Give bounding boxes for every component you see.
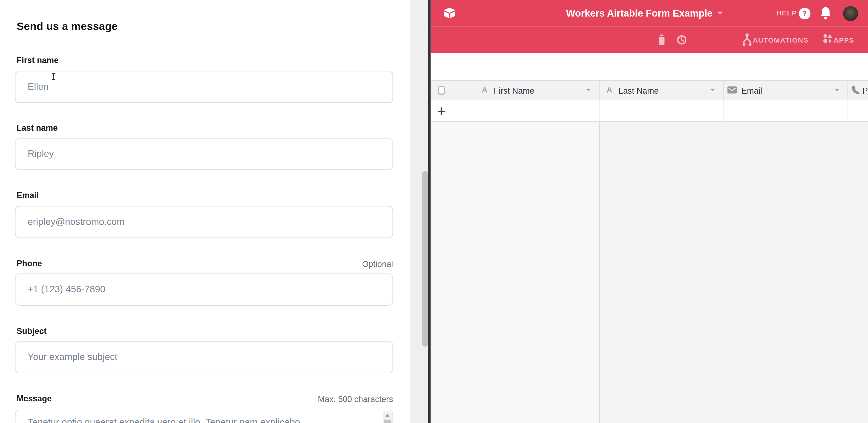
subject-input[interactable] — [15, 341, 393, 373]
column-divider — [723, 100, 723, 122]
email-input[interactable] — [15, 206, 393, 238]
column-chevron-icon[interactable] — [710, 89, 715, 91]
text-field-type-icon: A — [607, 85, 612, 94]
column-header-first-name[interactable]: First Name — [494, 86, 534, 95]
textarea-scrollbar-thumb[interactable] — [384, 419, 391, 423]
base-title-menu[interactable]: Workers Airtable Form Example — [566, 0, 723, 27]
email-field-type-icon — [727, 86, 737, 93]
last-name-input[interactable] — [15, 138, 393, 170]
grid-empty-area-right — [600, 122, 868, 423]
column-header-email[interactable]: Email — [742, 86, 762, 95]
add-record-row[interactable] — [431, 100, 868, 122]
phone-optional-note: Optional — [362, 259, 393, 268]
column-divider — [848, 100, 848, 122]
column-header-phone[interactable]: Phone — [862, 86, 868, 95]
add-record-plus-icon[interactable] — [438, 108, 445, 115]
airtable-table-bar: Form Submissions SHARE — [431, 27, 868, 53]
notifications-bell-icon[interactable] — [820, 7, 831, 20]
message-textarea[interactable]: Tenetur optio quaerat expedita vero et i… — [15, 410, 393, 423]
chevron-down-icon — [718, 12, 723, 15]
column-divider[interactable] — [723, 81, 723, 100]
email-label: Email — [17, 190, 39, 200]
window-divider — [428, 0, 431, 423]
airtable-logo-icon[interactable] — [443, 6, 456, 21]
help-menu[interactable]: HELP — [776, 9, 797, 17]
message-placeholder-text: Tenetur optio quaerat expedita vero et i… — [28, 417, 300, 423]
first-name-input[interactable] — [15, 71, 393, 103]
grid-empty-area-left — [431, 122, 599, 423]
last-name-label: Last name — [17, 123, 58, 132]
column-chevron-icon[interactable] — [586, 89, 590, 91]
scroll-up-arrow-icon[interactable] — [385, 414, 390, 417]
contact-form-pane: Send us a message First name Last name E… — [0, 0, 409, 423]
grid-column-headers: A First Name A Last Name Email — [431, 80, 868, 100]
apps-button[interactable]: APPS — [834, 36, 854, 44]
automations-icon[interactable] — [742, 33, 752, 47]
help-question-icon[interactable]: ? — [799, 7, 810, 19]
trash-icon[interactable] — [658, 34, 666, 46]
textarea-scrollbar[interactable] — [383, 411, 392, 423]
airtable-window: Workers Airtable Form Example HELP ? For… — [431, 0, 868, 423]
phone-field-type-icon — [851, 85, 860, 95]
message-label: Message — [17, 394, 52, 403]
select-all-checkbox[interactable] — [438, 86, 445, 95]
column-divider — [599, 100, 599, 122]
column-divider[interactable] — [599, 81, 599, 100]
page-scrollbar-thumb[interactable] — [422, 171, 428, 346]
column-divider[interactable] — [848, 81, 848, 100]
first-name-label: First name — [17, 56, 59, 65]
subject-label: Subject — [17, 326, 46, 336]
history-icon[interactable] — [676, 34, 687, 46]
text-cursor-icon — [52, 73, 55, 80]
phone-input[interactable] — [15, 273, 393, 305]
column-chevron-icon[interactable] — [835, 89, 839, 91]
page-scrollbar-track[interactable] — [409, 0, 428, 423]
user-avatar[interactable] — [843, 6, 858, 21]
view-toolbar: Grid view — [431, 53, 868, 80]
airtable-topbar: Workers Airtable Form Example HELP ? — [431, 0, 868, 27]
message-max-note: Max. 500 characters — [318, 394, 393, 404]
phone-label: Phone — [17, 258, 42, 268]
text-field-type-icon: A — [482, 85, 487, 94]
column-header-last-name[interactable]: Last Name — [618, 86, 659, 95]
apps-icon[interactable] — [824, 34, 833, 46]
automations-button[interactable]: AUTOMATIONS — [753, 36, 808, 44]
form-heading: Send us a message — [17, 20, 118, 33]
base-title: Workers Airtable Form Example — [566, 7, 713, 19]
grid-primary-column-divider — [599, 122, 599, 423]
